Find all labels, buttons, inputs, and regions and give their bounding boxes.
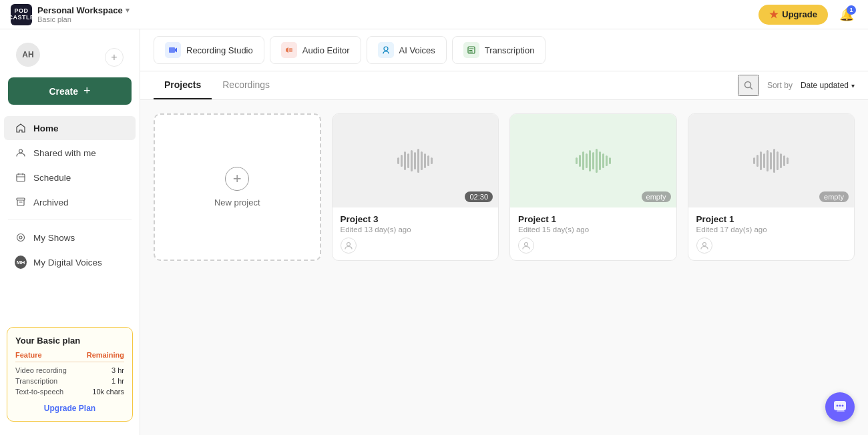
svg-rect-5: [169, 47, 175, 53]
plan-title: Your Basic plan: [15, 336, 124, 346]
svg-point-0: [19, 149, 23, 153]
svg-point-16: [842, 405, 844, 407]
plan-row-tts: Text-to-speech 10k chars: [15, 386, 124, 397]
new-project-plus-icon: +: [225, 167, 249, 191]
project1b-badge: empty: [819, 191, 849, 202]
project1a-info: Project 1 Edited 15 day(s) ago: [510, 207, 676, 260]
sidebar-item-digitalvoices[interactable]: MH My Digital Voices: [4, 250, 136, 274]
chevron-down-icon: ▾: [851, 82, 855, 89]
project3-user-icon: [341, 238, 357, 254]
chat-fab-button[interactable]: [825, 392, 855, 422]
tab-projects[interactable]: Projects: [154, 71, 212, 99]
search-button[interactable]: [738, 75, 759, 96]
plus-icon: +: [83, 84, 91, 98]
projects-grid: + New project: [154, 113, 855, 261]
topbar: POD CASTLE Personal Workspace ▾ Basic pl…: [0, 0, 868, 29]
project1a-name: Project 1: [518, 214, 668, 224]
project3-badge: 02:30: [465, 191, 493, 202]
upgrade-button[interactable]: ★ Upgrade: [758, 5, 828, 25]
svg-point-9: [744, 82, 750, 88]
project1b-name: Project 1: [696, 214, 847, 224]
project3-name: Project 3: [341, 214, 491, 224]
tab-recordings[interactable]: Recordings: [212, 71, 280, 99]
workspace-info: Personal Workspace ▾ Basic plan: [37, 5, 130, 23]
project1a-date: Edited 15 day(s) ago: [518, 226, 668, 234]
archived-icon: [15, 196, 27, 208]
sidebar-item-home[interactable]: Home: [4, 116, 136, 140]
project1b-info: Project 1 Edited 17 day(s) ago: [688, 207, 855, 260]
sidebar-item-schedule[interactable]: Schedule: [4, 165, 136, 189]
recording-studio-icon: [165, 42, 181, 58]
new-project-card[interactable]: + New project: [154, 113, 321, 261]
sidebar-item-archived[interactable]: Archived: [4, 190, 136, 214]
project-card-project1a[interactable]: empty Project 1 Edited 15 day(s) ago: [509, 113, 677, 261]
tools-bar: Recording Studio Audio Editor AI Voices …: [140, 29, 868, 71]
svg-rect-2: [17, 198, 25, 200]
add-workspace-button[interactable]: +: [105, 48, 124, 67]
project3-thumbnail: 02:30: [333, 114, 499, 207]
main-layout: AH + Create + Home Shared with me: [0, 29, 868, 435]
project-card-project1b[interactable]: empty Project 1 Edited 17 day(s) ago: [688, 113, 855, 261]
waveform-icon: [576, 149, 611, 173]
project1a-badge: empty: [642, 191, 671, 202]
svg-point-7: [384, 47, 388, 51]
workspace-plan: Basic plan: [37, 15, 130, 23]
audio-editor-button[interactable]: Audio Editor: [270, 36, 361, 64]
ai-voices-button[interactable]: AI Voices: [367, 36, 447, 64]
audio-editor-icon: [281, 42, 297, 58]
plan-table: Feature Remaining Video recording 3 hr T…: [15, 351, 124, 397]
topbar-right: ★ Upgrade 🔔 1: [758, 4, 857, 25]
tab-area: Projects Recordings Sort by Date updated…: [140, 71, 868, 100]
sidebar-item-myshows[interactable]: My Shows: [4, 226, 136, 250]
project3-date: Edited 13 day(s) ago: [341, 226, 491, 234]
create-button[interactable]: Create +: [8, 77, 132, 105]
waveform-icon: [397, 149, 433, 173]
notifications-button[interactable]: 🔔 1: [836, 4, 857, 25]
svg-point-11: [525, 243, 528, 246]
project1a-thumbnail: empty: [510, 114, 676, 207]
sidebar-divider: [8, 220, 132, 220]
workspace-name[interactable]: Personal Workspace ▾: [37, 5, 130, 15]
sidebar: AH + Create + Home Shared with me: [0, 29, 140, 435]
sort-dropdown[interactable]: Date updated ▾: [801, 81, 855, 90]
schedule-icon: [15, 171, 27, 183]
svg-point-4: [19, 236, 22, 239]
sidebar-item-shared[interactable]: Shared with me: [4, 141, 136, 165]
tab-actions: Sort by Date updated ▾: [738, 75, 855, 96]
chevron-down-icon: ▾: [126, 6, 130, 15]
home-icon: [15, 122, 27, 134]
project1b-thumbnail: empty: [688, 114, 855, 207]
recording-studio-button[interactable]: Recording Studio: [154, 36, 264, 64]
shared-icon: [15, 147, 27, 159]
waveform-icon: [753, 149, 789, 173]
upgrade-plan-link[interactable]: Upgrade Plan: [15, 404, 124, 413]
plan-row-video: Video recording 3 hr: [15, 365, 124, 376]
tabs: Projects Recordings: [154, 71, 280, 99]
sidebar-nav: Home Shared with me Schedule Archived: [0, 115, 140, 322]
project1b-user-icon: [696, 238, 712, 254]
logo-area: POD CASTLE Personal Workspace ▾ Basic pl…: [11, 4, 130, 25]
transcription-button[interactable]: Transcription: [452, 36, 546, 64]
avatar: AH: [16, 43, 40, 67]
plan-row-transcription: Transcription 1 hr: [15, 376, 124, 386]
digitalvoices-icon: MH: [15, 256, 27, 268]
project-card-project3[interactable]: 02:30 Project 3 Edited 13 day(s) ago: [332, 113, 499, 261]
notification-badge: 1: [847, 5, 856, 15]
svg-rect-6: [289, 48, 292, 52]
transcription-icon: [463, 42, 479, 58]
new-project-label: New project: [214, 197, 260, 207]
basic-plan-card: Your Basic plan Feature Remaining Video …: [7, 327, 133, 422]
svg-point-14: [837, 405, 839, 407]
projects-area: + New project: [140, 100, 868, 435]
project3-info: Project 3 Edited 13 day(s) ago: [333, 207, 499, 260]
upgrade-icon: ★: [769, 9, 778, 21]
project1b-date: Edited 17 day(s) ago: [696, 226, 847, 234]
logo-text: POD CASTLE: [9, 8, 35, 21]
project1a-user-icon: [518, 238, 534, 254]
svg-point-10: [347, 243, 350, 246]
ai-voices-icon: [378, 42, 394, 58]
svg-point-12: [702, 243, 706, 246]
content-area: Recording Studio Audio Editor AI Voices …: [140, 29, 868, 435]
svg-rect-1: [17, 174, 25, 181]
logo-icon: POD CASTLE: [11, 4, 32, 25]
